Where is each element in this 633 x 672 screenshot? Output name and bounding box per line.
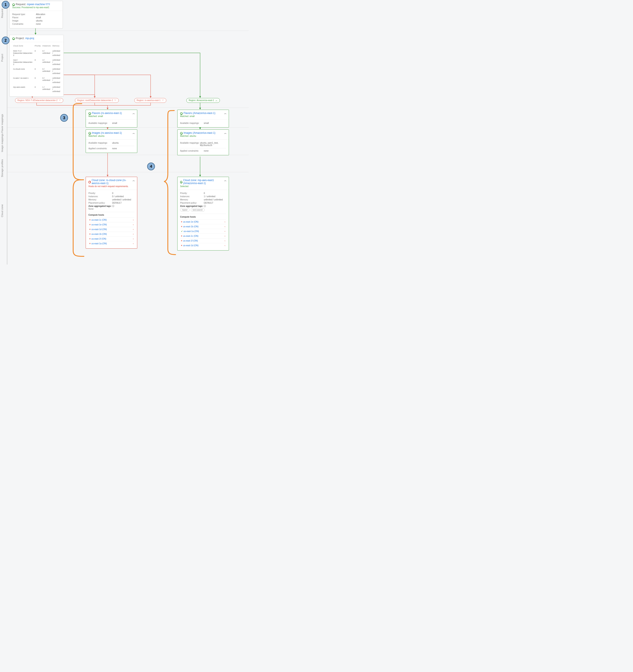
request-title: Request: mpeer-machine-ללל: [12, 3, 60, 6]
x-icon: ×: [181, 240, 182, 242]
collapse-icon[interactable]: ︽: [133, 131, 135, 135]
brace-left: [13, 102, 86, 257]
x-icon: ×: [89, 242, 91, 245]
host-link[interactable]: us-east-1d (ON): [183, 244, 198, 247]
success-icon: [89, 132, 91, 135]
flavors-card-left[interactable]: ︽ Flavors (rs-aws/us-east-1) Matched: sm…: [86, 110, 137, 127]
cloudzone-card-right[interactable]: ︽ Cloud zone: mp-aws-east1 (Amazon/us-ea…: [177, 177, 229, 250]
host-link[interactable]: us-east-1f (ON): [91, 238, 106, 240]
lane-label-image: Image mappings: [1, 133, 6, 152]
collapse-icon[interactable]: ︽: [224, 131, 227, 135]
table-row: NSX-T-3 / Datacenter:datacenter-200 / un…: [12, 49, 61, 57]
chevron-left-icon[interactable]: ‹: [133, 238, 134, 240]
compute-host-row[interactable]: ×us-east-1b (ON)‹: [89, 232, 135, 236]
host-link[interactable]: us-east-1b (ON): [91, 233, 107, 235]
chevron-left-icon[interactable]: ‹: [225, 230, 225, 233]
chevron-left-icon[interactable]: ‹: [133, 228, 134, 231]
host-link[interactable]: us-east-1a (ON): [184, 230, 199, 233]
info-icon[interactable]: i: [204, 205, 206, 207]
compute-host-row[interactable]: ×us-east-1c (ON)‹: [89, 217, 135, 222]
provisioning-diagram: Request Project Flavor mappings Image ma…: [0, 0, 249, 264]
request-status: Success: Provisioned to mp-aws-east1: [12, 6, 60, 8]
compute-host-row[interactable]: ×us-east-1a (ON)‹: [89, 241, 135, 246]
host-link[interactable]: us-east-1d (ON): [91, 228, 107, 231]
region-pill-rsaws[interactable]: Region: rs-aws/us-east-1︾: [134, 98, 166, 103]
host-link[interactable]: us-east-1b (ON): [183, 225, 198, 228]
collapse-icon[interactable]: ︽: [224, 112, 227, 115]
compute-host-row[interactable]: ×us-east-1d (ON)‹: [180, 243, 226, 248]
table-row: rs-cloud-zone00 / unlimitedunlimited / u…: [12, 67, 61, 76]
chevron-up-icon: ︽: [214, 99, 217, 101]
chevron-down-icon: ︾: [57, 99, 61, 101]
table-row: nsxt / Datacenter:datacenter-204 / unlim…: [12, 57, 61, 67]
images-card-left[interactable]: ︽ Images (rs-aws/us-east-1) Matched: ubu…: [86, 129, 137, 153]
cloudzone-card-left[interactable]: ︽ Cloud zone: rs-cloud-zone (rs-aws/us-e…: [86, 177, 137, 248]
error-icon: [89, 181, 91, 184]
collapse-icon[interactable]: ︽: [133, 179, 135, 182]
x-icon: ×: [89, 238, 91, 240]
x-icon: ×: [181, 225, 182, 228]
host-link[interactable]: us-east-1a (ON): [91, 242, 107, 245]
x-icon: ×: [89, 228, 91, 231]
x-icon: ×: [89, 219, 91, 221]
lane-sep: [7, 107, 249, 108]
project-table: Cloud Zone Priority Instances Memory NSX…: [12, 44, 61, 94]
chevron-left-icon[interactable]: ‹: [225, 225, 225, 228]
chevron-left-icon[interactable]: ‹: [225, 221, 225, 223]
lane-label-flavor: Flavor mappings: [1, 114, 6, 133]
info-icon[interactable]: i: [112, 205, 114, 207]
compute-host-row[interactable]: ×us-east-1b (ON)‹: [180, 224, 226, 229]
lane-label-storage: Storage profiles: [1, 159, 6, 177]
flavors-card-right[interactable]: ︽ Flavors (Amazon/us-east-1) Matched: sm…: [177, 110, 229, 127]
chevron-left-icon[interactable]: ‹: [225, 240, 225, 242]
project-card[interactable]: Project: mp-proj Cloud Zone Priority Ins…: [9, 35, 64, 97]
check-icon: ✓: [181, 230, 183, 233]
success-icon: [180, 132, 183, 135]
brace-right: [164, 109, 177, 256]
success-icon: [180, 181, 182, 184]
host-link[interactable]: us-east-1e (ON): [91, 223, 107, 226]
chevron-left-icon[interactable]: ‹: [133, 242, 134, 245]
chevron-left-icon[interactable]: ‹: [133, 233, 134, 235]
x-icon: ×: [89, 233, 91, 235]
x-icon: ×: [181, 221, 182, 223]
chevron-left-icon[interactable]: ‹: [225, 235, 225, 237]
host-link[interactable]: us-east-1c (ON): [183, 235, 198, 237]
project-title: Project: mp-proj: [12, 37, 61, 40]
compute-host-row[interactable]: ×us-east-1e (ON)‹: [180, 219, 226, 224]
request-card[interactable]: Request: mpeer-machine-ללל Success: Prov…: [9, 1, 63, 28]
lane-sep: [7, 30, 249, 31]
table-row: rs-aws / us-east-100 / unlimitedunlimite…: [12, 76, 61, 85]
zone-tag: mpeer: [180, 208, 190, 212]
lane-label-project: Project: [1, 54, 6, 62]
callout-2: 2: [2, 37, 9, 44]
host-link[interactable]: us-east-1e (ON): [183, 221, 198, 223]
compute-host-row[interactable]: ×us-east-1f (ON)‹: [180, 238, 226, 243]
callout-3: 3: [60, 114, 68, 122]
success-icon: [12, 3, 15, 6]
compute-host-row[interactable]: ✓us-east-1a (ON)‹: [180, 229, 226, 234]
success-icon: [89, 112, 91, 115]
compute-hosts-heading: Compute hosts: [89, 214, 135, 216]
chevron-down-icon: ︾: [161, 99, 164, 101]
chevron-left-icon[interactable]: ‹: [133, 219, 134, 221]
chevron-left-icon[interactable]: ‹: [225, 244, 225, 247]
lane-label-cloudzone: Cloud zone: [1, 204, 6, 217]
region-pill-nsxt[interactable]: Region: nsxt/Datacenter:datacenter-2︾: [75, 98, 119, 103]
collapse-icon[interactable]: ︽: [224, 179, 227, 182]
host-link[interactable]: us-east-1f (ON): [183, 240, 198, 242]
compute-host-row[interactable]: ×us-east-1c (ON)‹: [180, 234, 226, 238]
chevron-left-icon[interactable]: ‹: [133, 223, 134, 226]
region-pill-nsxt3[interactable]: Region: NSX-T-3/Datacenter:datacenter-2︾: [15, 98, 63, 103]
callout-1: 1: [2, 1, 9, 8]
host-link[interactable]: us-east-1c (ON): [91, 219, 107, 221]
collapse-icon[interactable]: ︽: [133, 112, 135, 115]
lane-label-request: Request: [1, 8, 6, 18]
compute-host-row[interactable]: ×us-east-1d (ON)‹: [89, 227, 135, 232]
images-card-right[interactable]: ︽ Images (Amazon/us-east-1) Matched: ubu…: [177, 129, 229, 155]
x-icon: ×: [181, 235, 182, 237]
region-pill-amazon[interactable]: Region: Amazon/us-east-1︽: [186, 98, 220, 103]
x-icon: ×: [181, 244, 182, 247]
compute-host-row[interactable]: ×us-east-1e (ON)‹: [89, 222, 135, 227]
compute-host-row[interactable]: ×us-east-1f (ON)‹: [89, 236, 135, 241]
